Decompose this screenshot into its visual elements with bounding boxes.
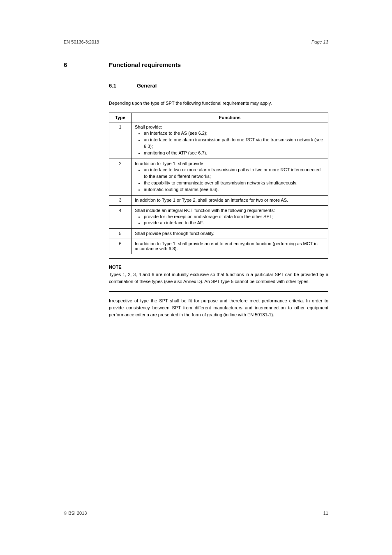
table-row: 5 Shall provide pass through functionali… — [109, 229, 328, 239]
header-doc-ref: EN 50136-3:2013 — [64, 39, 99, 44]
list-item: provide an interface to the AE. — [144, 220, 325, 226]
type-cell: 5 — [109, 229, 131, 239]
type-cell: 3 — [109, 195, 131, 205]
note-bottom-rule — [109, 291, 328, 292]
functions-list: an interface to two or more alarm transm… — [135, 167, 325, 193]
table-row: 1 Shall provide: an interface to the AS … — [109, 122, 328, 159]
note-text: Types 1, 2, 3, 4 and 6 are not mutually … — [109, 271, 328, 285]
list-item: an interface to one alarm transmission p… — [144, 137, 325, 150]
functions-cell: In addition to Type 1 or Type 2, shall p… — [131, 195, 328, 205]
page-header: EN 50136-3:2013 Page 13 — [64, 39, 328, 44]
header-page-hint: Page 13 — [311, 39, 328, 44]
functions-cell: Shall include an integral RCT function w… — [131, 205, 328, 229]
subsection-number: 6.1 — [109, 83, 137, 89]
subsection-name: General — [137, 83, 157, 89]
functions-table: Type Functions 1 Shall provide: an inter… — [109, 113, 328, 254]
type-cell: 6 — [109, 239, 131, 254]
section-title: 6Functional requirements — [64, 61, 328, 68]
subsection-bottom-rule — [109, 93, 328, 93]
type-cell: 4 — [109, 205, 131, 229]
functions-list: provide for the reception and storage of… — [135, 214, 325, 227]
list-item: an interface to two or more alarm transm… — [144, 167, 325, 180]
table-header-row: Type Functions — [109, 113, 328, 122]
note-rule — [109, 258, 328, 259]
functions-cell: Shall provide pass through functionality… — [131, 229, 328, 239]
functions-label: Shall provide: — [135, 124, 325, 129]
functions-list: an interface to the AS (see 6.2); an int… — [135, 130, 325, 157]
subsection-top-rule — [109, 75, 328, 75]
type-cell: 1 — [109, 122, 131, 159]
functions-cell: Shall provide: an interface to the AS (s… — [131, 122, 328, 159]
list-item: an interface to the AS (see 6.2); — [144, 130, 325, 137]
functions-label: In addition to Type 1, shall provide an … — [135, 241, 325, 251]
list-item: monitoring of the ATP (see 6.7). — [144, 150, 325, 157]
list-item: provide for the reception and storage of… — [144, 214, 325, 220]
section-name: Functional requirements — [109, 61, 181, 68]
footer-page-number: 11 — [323, 511, 328, 516]
section-number: 6 — [64, 61, 109, 68]
type-cell: 2 — [109, 159, 131, 195]
table-header-type: Type — [109, 113, 131, 122]
table-row: 4 Shall include an integral RCT function… — [109, 205, 328, 229]
header-rule — [64, 47, 328, 47]
table-row: 2 In addition to Type 1, shall provide: … — [109, 159, 328, 195]
functions-label: Shall provide pass through functionality… — [135, 231, 325, 236]
table-row: 6 In addition to Type 1, shall provide a… — [109, 239, 328, 254]
functions-cell: In addition to Type 1, shall provide: an… — [131, 159, 328, 195]
functions-label: Shall include an integral RCT function w… — [135, 208, 325, 213]
intro-paragraph: Depending upon the type of SPT the follo… — [109, 100, 328, 107]
table-row: 3 In addition to Type 1 or Type 2, shall… — [109, 195, 328, 205]
list-item: automatic routing of alarms (see 6.6). — [144, 187, 325, 193]
list-item: the capability to communicate over all t… — [144, 180, 325, 187]
functions-cell: In addition to Type 1, shall provide an … — [131, 239, 328, 254]
subsection-title: 6.1General — [109, 83, 328, 89]
closing-paragraph: Irrespective of type the SPT shall be fi… — [109, 297, 328, 318]
note-label: NOTE — [109, 265, 328, 269]
functions-label: In addition to Type 1 or Type 2, shall p… — [135, 198, 325, 203]
table-header-functions: Functions — [131, 113, 328, 122]
page-footer: © BSI 2013 11 — [64, 511, 328, 516]
footer-copyright: © BSI 2013 — [64, 511, 87, 516]
functions-label: In addition to Type 1, shall provide: — [135, 161, 325, 166]
